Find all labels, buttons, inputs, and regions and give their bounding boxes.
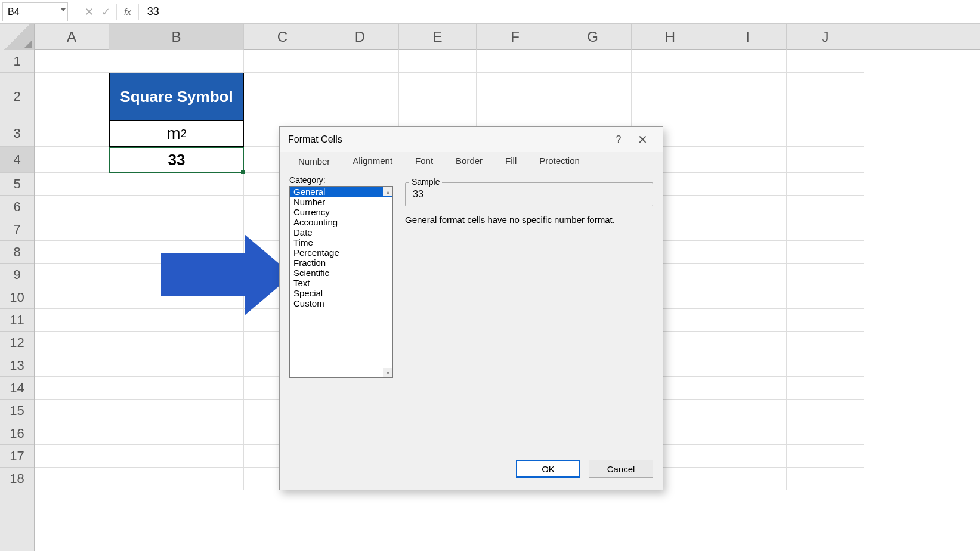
cell-E2[interactable] (399, 73, 477, 120)
cancel-formula-icon[interactable]: ✕ (81, 2, 97, 21)
cell-J7[interactable] (787, 218, 864, 241)
category-custom[interactable]: Custom (290, 298, 392, 308)
cell-J11[interactable] (787, 309, 864, 332)
cell-B12[interactable] (109, 332, 244, 354)
cell-J15[interactable] (787, 400, 864, 422)
cell-A7[interactable] (35, 218, 109, 241)
cell-B7[interactable] (109, 218, 244, 241)
cell-B14[interactable] (109, 377, 244, 400)
cell-J14[interactable] (787, 377, 864, 400)
column-header-C[interactable]: C (244, 24, 321, 50)
cell-B2[interactable]: Square Symbol (109, 73, 244, 120)
cell-J10[interactable] (787, 286, 864, 309)
cell-A1[interactable] (35, 50, 109, 73)
row-header-18[interactable]: 18 (0, 468, 34, 490)
category-number[interactable]: Number (290, 197, 392, 207)
row-header-9[interactable]: 9 (0, 264, 34, 286)
cell-E1[interactable] (399, 50, 477, 73)
cell-A12[interactable] (35, 332, 109, 354)
cell-G2[interactable] (554, 73, 632, 120)
column-header-I[interactable]: I (709, 24, 787, 50)
category-list[interactable]: ▴ ▾ GeneralNumberCurrencyAccountingDateT… (289, 186, 393, 378)
tab-border[interactable]: Border (444, 152, 494, 169)
cell-B3[interactable]: m2 (109, 120, 244, 147)
cell-J18[interactable] (787, 468, 864, 490)
cell-I18[interactable] (709, 468, 787, 490)
row-header-1[interactable]: 1 (0, 50, 34, 73)
cell-A16[interactable] (35, 422, 109, 445)
category-text[interactable]: Text (290, 278, 392, 288)
cell-I3[interactable] (709, 120, 787, 147)
cell-C1[interactable] (244, 50, 321, 73)
row-header-15[interactable]: 15 (0, 400, 34, 422)
row-header-12[interactable]: 12 (0, 332, 34, 354)
column-header-F[interactable]: F (477, 24, 554, 50)
cell-B15[interactable] (109, 400, 244, 422)
cell-J3[interactable] (787, 120, 864, 147)
category-date[interactable]: Date (290, 227, 392, 237)
scroll-up-icon[interactable]: ▴ (383, 187, 392, 196)
row-header-2[interactable]: 2 (0, 73, 34, 120)
cell-J13[interactable] (787, 354, 864, 377)
row-header-17[interactable]: 17 (0, 445, 34, 468)
column-header-A[interactable]: A (35, 24, 109, 50)
cell-A11[interactable] (35, 309, 109, 332)
row-header-10[interactable]: 10 (0, 286, 34, 309)
cell-A14[interactable] (35, 377, 109, 400)
cell-J12[interactable] (787, 332, 864, 354)
cell-I10[interactable] (709, 286, 787, 309)
cell-A2[interactable] (35, 73, 109, 120)
cell-I4[interactable] (709, 147, 787, 173)
cell-J16[interactable] (787, 422, 864, 445)
column-header-E[interactable]: E (399, 24, 477, 50)
cell-B16[interactable] (109, 422, 244, 445)
cell-I9[interactable] (709, 264, 787, 286)
cell-D2[interactable] (321, 73, 399, 120)
cell-B18[interactable] (109, 468, 244, 490)
close-button[interactable]: ✕ (630, 130, 654, 149)
cell-I11[interactable] (709, 309, 787, 332)
cell-I1[interactable] (709, 50, 787, 73)
row-header-4[interactable]: 4 (0, 147, 34, 173)
category-time[interactable]: Time (290, 237, 392, 247)
cell-H1[interactable] (632, 50, 709, 73)
cell-H2[interactable] (632, 73, 709, 120)
fx-icon[interactable]: fx (124, 7, 131, 17)
cell-C2[interactable] (244, 73, 321, 120)
category-scientific[interactable]: Scientific (290, 268, 392, 278)
cell-A3[interactable] (35, 120, 109, 147)
cell-I6[interactable] (709, 196, 787, 218)
cell-I14[interactable] (709, 377, 787, 400)
cell-F1[interactable] (477, 50, 554, 73)
cell-I16[interactable] (709, 422, 787, 445)
select-all-corner[interactable] (0, 24, 35, 50)
help-button[interactable]: ? (607, 130, 630, 149)
category-accounting[interactable]: Accounting (290, 217, 392, 227)
cell-A17[interactable] (35, 445, 109, 468)
row-header-5[interactable]: 5 (0, 173, 34, 196)
cell-I12[interactable] (709, 332, 787, 354)
cell-A13[interactable] (35, 354, 109, 377)
cell-I5[interactable] (709, 173, 787, 196)
column-header-D[interactable]: D (321, 24, 399, 50)
cell-A4[interactable] (35, 147, 109, 173)
cell-J8[interactable] (787, 241, 864, 264)
cell-G1[interactable] (554, 50, 632, 73)
cell-B17[interactable] (109, 445, 244, 468)
name-box[interactable]: B4 (2, 2, 68, 21)
cell-I15[interactable] (709, 400, 787, 422)
cell-A6[interactable] (35, 196, 109, 218)
cell-B6[interactable] (109, 196, 244, 218)
chevron-down-icon[interactable] (61, 8, 66, 11)
row-header-8[interactable]: 8 (0, 241, 34, 264)
cell-I17[interactable] (709, 445, 787, 468)
cell-I2[interactable] (709, 73, 787, 120)
category-special[interactable]: Special (290, 288, 392, 298)
category-fraction[interactable]: Fraction (290, 258, 392, 268)
cell-B13[interactable] (109, 354, 244, 377)
row-header-14[interactable]: 14 (0, 377, 34, 400)
cell-B4[interactable]: 33 (109, 147, 244, 173)
tab-fill[interactable]: Fill (494, 152, 528, 169)
cell-I7[interactable] (709, 218, 787, 241)
cell-B5[interactable] (109, 173, 244, 196)
